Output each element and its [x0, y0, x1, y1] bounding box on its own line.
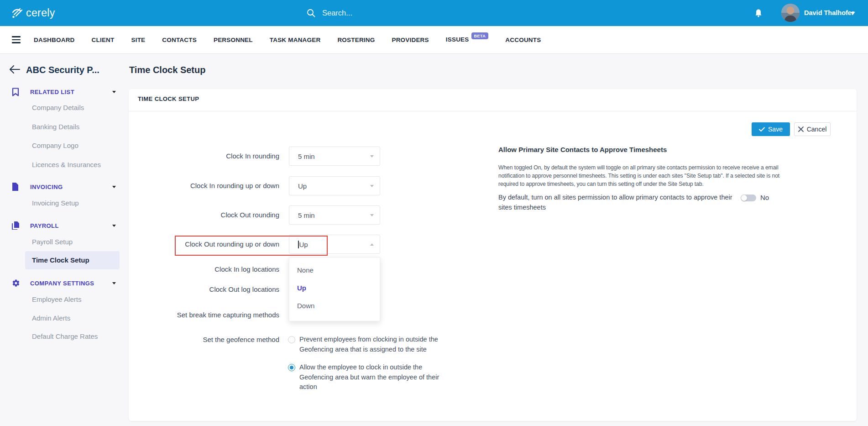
avatar[interactable]	[781, 4, 800, 22]
toggle-knob	[741, 195, 747, 201]
sidebar-item-licences-insurances[interactable]: Licences & Insurances	[32, 160, 101, 169]
main-nav: DASHBOARD CLIENT SITE CONTACTS PERSONNEL…	[0, 26, 868, 54]
label-clock-out-rounding: Clock Out rounding	[138, 210, 279, 220]
card-header: TIME CLOCK SETUP	[138, 95, 199, 102]
clock-in-rounding-select[interactable]: 5 min	[289, 147, 380, 166]
label-clock-out-rounding-up-down: Clock Out rounding up or down	[138, 240, 279, 249]
beta-badge: BETA	[471, 32, 489, 39]
chevron-down-icon	[112, 282, 116, 284]
documents-icon	[12, 221, 20, 232]
card-header-divider	[129, 111, 857, 111]
sidebar-section-label: RELATED LIST	[30, 88, 74, 97]
info-heading: Allow Primary Site Contacts to Approve T…	[498, 146, 667, 153]
sidebar-section-company-settings[interactable]: COMPANY SETTINGS	[0, 279, 129, 288]
bookmark-icon	[12, 88, 19, 99]
sidebar-item-label: Time Clock Setup	[25, 256, 89, 264]
text-cursor	[298, 241, 299, 248]
sidebar-section-payroll[interactable]: PAYROLL	[0, 221, 129, 231]
clock-out-rounding-select[interactable]: 5 min	[289, 205, 380, 225]
back-arrow-icon[interactable]	[9, 65, 20, 75]
radio-label-prevent-clock-in-outside[interactable]: Prevent employees from clocking in outsi…	[299, 335, 446, 354]
clock-out-rounding-direction-select[interactable]: Up	[289, 235, 380, 254]
cancel-button-label: Cancel	[807, 126, 827, 133]
nav-item-personnel[interactable]: PERSONNEL	[214, 37, 253, 43]
chevron-down-icon	[370, 155, 374, 158]
sidebar-item-time-clock-setup[interactable]: Time Clock Setup	[25, 251, 120, 269]
sidebar-item-payroll-setup[interactable]: Payroll Setup	[32, 237, 73, 247]
chevron-down-icon	[370, 214, 374, 216]
check-icon	[759, 127, 765, 132]
notifications-bell-icon[interactable]	[754, 9, 763, 20]
menu-hamburger-icon[interactable]	[12, 36, 21, 45]
sidebar-item-banking-details[interactable]: Banking Details	[32, 122, 79, 131]
sidebar-section-label: COMPANY SETTINGS	[30, 279, 94, 288]
chevron-down-icon	[112, 225, 116, 227]
label-clock-in-rounding-up-down: Clock In rounding up or down	[138, 181, 279, 190]
sidebar-section-label: INVOICING	[30, 183, 63, 192]
toggle-state-text: No	[760, 191, 769, 204]
toggle-label: By default, turn on all sites permission…	[498, 192, 733, 212]
user-menu-chevron-down-icon[interactable]	[851, 12, 855, 15]
global-search	[307, 0, 460, 26]
nav-item-task-manager[interactable]: TASK MANAGER	[270, 37, 321, 43]
primary-contacts-toggle[interactable]	[741, 195, 756, 201]
sidebar-section-invoicing[interactable]: INVOICING	[0, 183, 129, 192]
sidebar-item-company-details[interactable]: Company Details	[32, 103, 84, 112]
label-set-geofence-method: Set the geofence method	[138, 335, 279, 344]
sidebar-item-default-charge-rates[interactable]: Default Charge Rates	[32, 332, 98, 341]
chevron-down-icon	[112, 186, 116, 188]
sidebar-item-company-logo[interactable]: Company Logo	[32, 141, 78, 150]
clock-in-rounding-direction-select[interactable]: Up	[289, 176, 380, 195]
brand-logo-text: cerely	[26, 7, 55, 19]
sidebar: ABC Security P... RELATED LIST Company D…	[0, 54, 129, 426]
radio-allow-clock-in-outside[interactable]	[288, 364, 295, 371]
option-none[interactable]: None	[289, 261, 380, 279]
chevron-up-icon	[370, 243, 374, 246]
gear-icon	[12, 279, 20, 290]
brand-logo[interactable]: cerely	[11, 0, 55, 26]
user-name[interactable]: David Thalhofer	[804, 0, 854, 26]
cancel-button[interactable]: Cancel	[794, 122, 831, 136]
nav-item-dashboard[interactable]: DASHBOARD	[34, 37, 75, 43]
option-down[interactable]: Down	[289, 297, 380, 315]
avatar-photo-icon	[781, 4, 800, 22]
nav-item-issues-label: ISSUES	[446, 36, 469, 43]
chevron-down-icon	[370, 185, 374, 187]
nav-item-client[interactable]: CLIENT	[92, 37, 115, 43]
option-up[interactable]: Up	[289, 279, 380, 297]
info-body: When toggled On, by default the system w…	[498, 163, 795, 188]
nav-item-issues[interactable]: ISSUESBETA	[446, 36, 489, 44]
label-set-break-time-capturing: Set break time capturing methods	[138, 310, 279, 320]
sidebar-item-employee-alerts[interactable]: Employee Alerts	[32, 295, 81, 304]
page-title: Time Clock Setup	[129, 65, 205, 75]
nav-item-providers[interactable]: PROVIDERS	[392, 37, 429, 43]
sidebar-company-title: ABC Security P...	[26, 65, 99, 75]
save-button[interactable]: Save	[752, 122, 790, 136]
sidebar-section-label: PAYROLL	[30, 221, 59, 231]
save-button-label: Save	[768, 126, 783, 133]
sidebar-item-admin-alerts[interactable]: Admin Alerts	[32, 314, 70, 323]
nav-item-site[interactable]: SITE	[131, 37, 146, 43]
nav-item-contacts[interactable]: CONTACTS	[162, 37, 197, 43]
label-clock-in-rounding: Clock In rounding	[138, 152, 279, 161]
nav-item-rostering[interactable]: ROSTERING	[337, 37, 375, 43]
sidebar-section-related-list[interactable]: RELATED LIST	[0, 88, 129, 97]
close-icon	[798, 126, 804, 132]
main-content: Time Clock Setup TIME CLOCK SETUP Save C…	[129, 54, 868, 426]
search-input[interactable]	[321, 8, 460, 18]
label-clock-in-log-locations: Clock In log locations	[138, 265, 279, 274]
radio-prevent-clock-in-outside[interactable]	[288, 336, 295, 343]
brand-logo-icon	[11, 7, 23, 19]
select-value: Up	[298, 182, 307, 190]
sidebar-item-invoicing-setup[interactable]: Invoicing Setup	[32, 199, 79, 208]
chevron-down-icon	[112, 91, 116, 93]
search-icon	[307, 9, 315, 17]
select-value: 5 min	[298, 211, 315, 219]
topbar: cerely David Thalhofer	[0, 0, 868, 26]
radio-label-allow-clock-in-outside[interactable]: Allow the employee to clock in outside t…	[299, 363, 446, 392]
select-value: Up	[299, 241, 308, 248]
time-clock-setup-card: TIME CLOCK SETUP Save Cancel Clock In ro…	[129, 89, 857, 421]
nav-item-accounts[interactable]: ACCOUNTS	[505, 37, 541, 43]
rounding-direction-options-list: None Up Down	[289, 257, 380, 321]
label-clock-out-log-locations: Clock Out log locations	[138, 285, 279, 294]
